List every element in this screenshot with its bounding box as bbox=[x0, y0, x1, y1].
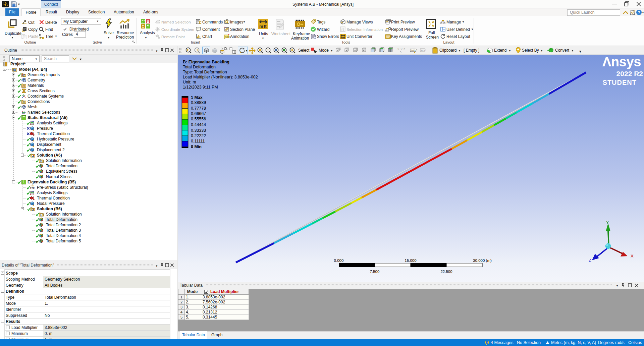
svg-text:C: C bbox=[199, 20, 202, 24]
svg-text:B: Eigenvalue Buckling: B: Eigenvalue Buckling bbox=[183, 60, 229, 64]
svg-text:1 Max: 1 Max bbox=[191, 95, 203, 100]
svg-text:0.44444: 0.44444 bbox=[191, 122, 206, 127]
svg-text:15.000: 15.000 bbox=[405, 258, 416, 263]
svg-text:Type: Total Deformation: Type: Total Deformation bbox=[183, 70, 227, 74]
svg-text:m: m bbox=[340, 36, 343, 39]
svg-text:Load Multiplier (Nonlinear): 3: Load Multiplier (Nonlinear): 3.8853e-002 bbox=[183, 75, 258, 79]
svg-text:0.55556: 0.55556 bbox=[191, 117, 206, 121]
svg-text:30.000 (m): 30.000 (m) bbox=[473, 258, 492, 263]
svg-text:Z: Z bbox=[589, 258, 591, 263]
svg-text:22.500: 22.500 bbox=[440, 270, 452, 274]
svg-text:0.88889: 0.88889 bbox=[191, 100, 206, 105]
svg-text:Y: Y bbox=[606, 220, 609, 225]
svg-text:0.22222: 0.22222 bbox=[191, 133, 206, 138]
svg-text:0.77778: 0.77778 bbox=[191, 106, 206, 111]
svg-text:0 Min: 0 Min bbox=[191, 145, 202, 149]
svg-text:0.000: 0.000 bbox=[334, 258, 344, 263]
svg-text:STUDENT: STUDENT bbox=[603, 79, 637, 86]
svg-text:Unit: m: Unit: m bbox=[183, 80, 196, 84]
svg-text:2022 R2: 2022 R2 bbox=[616, 70, 643, 77]
svg-text:Λnsys: Λnsys bbox=[602, 55, 641, 69]
svg-text:i: i bbox=[341, 27, 342, 31]
svg-text:100: 100 bbox=[411, 49, 416, 52]
svg-text:ft: ft bbox=[343, 36, 345, 39]
svg-text:ft: ft bbox=[264, 24, 267, 29]
svg-text:0.33333: 0.33333 bbox=[191, 128, 206, 133]
svg-text:m: m bbox=[259, 24, 263, 29]
svg-text:1/12/2023 9:11 PM: 1/12/2023 9:11 PM bbox=[183, 85, 218, 90]
svg-text:7.500: 7.500 bbox=[370, 270, 380, 274]
svg-text:0.66667: 0.66667 bbox=[191, 111, 206, 116]
svg-text:Total Deformation: Total Deformation bbox=[183, 65, 216, 69]
svg-text:?: ? bbox=[638, 10, 640, 14]
svg-text:Abc: Abc bbox=[421, 49, 426, 52]
svg-text:Abc: Abc bbox=[225, 35, 230, 38]
svg-text:X: X bbox=[631, 253, 634, 258]
svg-text:0.11111: 0.11111 bbox=[191, 139, 205, 143]
